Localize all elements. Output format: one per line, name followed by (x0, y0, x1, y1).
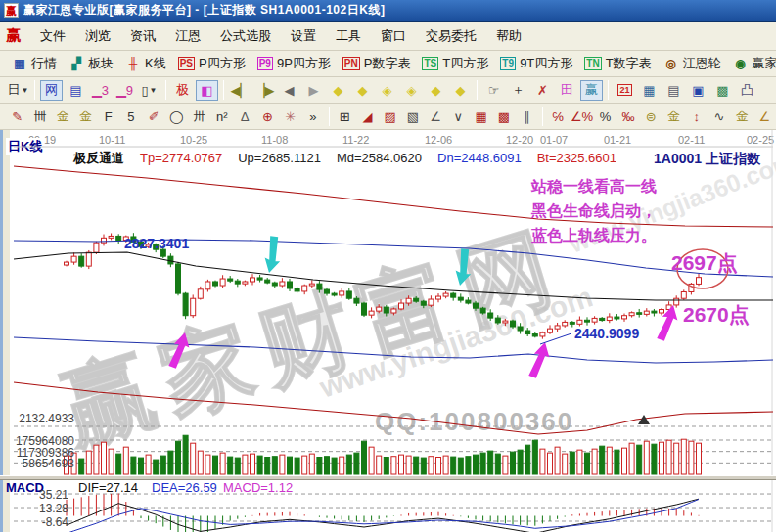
percent-tool-button[interactable]: % (595, 107, 616, 127)
menu-item-9[interactable]: 交易委托 (416, 24, 486, 48)
angle-tool-icon: ∆ (241, 110, 249, 124)
gann-grid-tool-button[interactable]: 卌 (29, 107, 50, 127)
small-chart-3-button[interactable]: ▁3 (89, 80, 112, 101)
pattern-tool-button[interactable]: 赢 (580, 80, 603, 101)
t-number-table-button[interactable]: TNT数字表 (578, 53, 657, 74)
p-number-table-button[interactable]: PNP数字表 (337, 53, 417, 74)
sectors-button[interactable]: ▞板块 (63, 53, 119, 74)
small-chart-9-button[interactable]: ▁9 (114, 80, 136, 101)
p-square-button[interactable]: PSP四方形 (172, 53, 251, 74)
diamond-h-button[interactable]: ◆ (425, 80, 447, 101)
menu-item-7[interactable]: 工具 (326, 24, 371, 48)
n2-tool-button[interactable]: n² (211, 107, 232, 127)
title-bar: 赢 赢家江恩专业版[赢家服务平台] - [上证指数 SH1A0001-102日K… (0, 0, 776, 22)
spiral-tool-button[interactable]: 5 (120, 107, 141, 127)
fan-dark-tool-button[interactable]: ▧ (402, 107, 423, 127)
export-image-button[interactable]: ▩ (711, 80, 734, 101)
print-button[interactable]: 凸 (736, 80, 758, 101)
p9-square-button[interactable]: P99P四方形 (251, 53, 337, 74)
calculator-button[interactable]: ▦ (638, 80, 661, 101)
eraser-tool-button[interactable]: ✗ (531, 80, 554, 101)
menu-item-6[interactable]: 设置 (281, 24, 326, 48)
gann-star-tool-button[interactable]: ✳ (280, 107, 300, 127)
chart-canvas[interactable] (0, 130, 776, 532)
t9-square-button[interactable]: T99T四方形 (494, 53, 578, 74)
angle-tool-button[interactable]: ∆ (235, 107, 255, 127)
gold-band-tool-button[interactable]: 金 (732, 107, 753, 127)
permille-tool-button[interactable]: ‰ (617, 107, 638, 127)
more-tools-button[interactable]: » (302, 107, 323, 127)
menu-items: 文件浏览资讯江恩公式选股设置工具窗口交易委托帮助 (30, 24, 531, 48)
jifan-channel-button[interactable]: 极 (171, 80, 194, 101)
last-bar-button[interactable]: ▕▶ (253, 80, 276, 101)
circle360-tool-icon: ◯ (169, 110, 184, 124)
calendar-button[interactable]: 21 (614, 80, 636, 101)
comb-tool-button[interactable]: 卅 (189, 107, 209, 127)
parallel-tool-button[interactable]: ∥ (517, 107, 537, 127)
sectors-label: 板块 (88, 55, 114, 72)
brush-tool-button[interactable]: ✐ (144, 107, 164, 127)
save-button[interactable]: ▣ (687, 80, 709, 101)
last-bar-icon: ▕▶ (255, 83, 275, 98)
hand-tool-button[interactable]: ☞ (482, 80, 505, 101)
price-mark-tool-button[interactable]: ↕ (686, 107, 707, 127)
diamond-plus-button[interactable]: ◈ (376, 80, 398, 101)
fan-tool-icon: ◢ (362, 110, 372, 124)
menu-item-3[interactable]: 资讯 (120, 24, 165, 48)
wave-tool-button[interactable]: ∿ (708, 107, 729, 127)
app-window: 赢 赢家江恩专业版[赢家服务平台] - [上证指数 SH1A0001-102日K… (0, 0, 776, 532)
fan-tool-button[interactable]: ◢ (357, 107, 378, 127)
menu-item-1[interactable]: 文件 (30, 24, 75, 48)
check-tool-button[interactable]: ∨ (448, 107, 469, 127)
toolbar-separator (165, 80, 166, 100)
red-grid-tool-icon: ▦ (475, 110, 486, 124)
gold-grid2-tool-button[interactable]: 金 (75, 107, 96, 127)
profile-chart-button[interactable]: ◧ (196, 80, 218, 101)
percent-list-tool-button[interactable]: ℅ (548, 107, 569, 127)
crosshair-tool-button[interactable]: ＋ (507, 80, 529, 101)
dropdown-arrow-icon: ▼ (22, 86, 29, 95)
chart-area: 赢家财富网 www.yingjia360.com www.yingjia360.… (0, 130, 776, 532)
prev-bar-button[interactable]: ◀ (278, 80, 300, 101)
diamond-v-button[interactable]: ◆ (449, 80, 472, 101)
menu-item-8[interactable]: 窗口 (371, 24, 416, 48)
note-line-2: 黑色生命线启动， (531, 199, 657, 223)
next-bar-icon: ▶ (309, 83, 319, 98)
diamond-right-button[interactable]: ◆ (351, 80, 374, 101)
kline-button[interactable]: ╫K线 (119, 53, 172, 74)
diamond-left-button[interactable]: ◆ (327, 80, 349, 101)
rays-tool-button[interactable]: ∠ (426, 107, 446, 127)
t-square-button[interactable]: TST四方形 (416, 53, 494, 74)
gold-circle-tool-button[interactable]: ⊜ (641, 107, 662, 127)
winner-wheel-button[interactable]: ◉赢家轮 (727, 53, 776, 74)
red-grid2-tool-button[interactable]: ▩ (493, 107, 514, 127)
percent-angle-tool-button[interactable]: ∠% (571, 107, 593, 127)
diamond-cross-button[interactable]: ◈ (400, 80, 423, 101)
gann-network-button[interactable]: 网 (40, 80, 63, 101)
kline-period-button[interactable]: 日▼ (7, 80, 29, 101)
gann-wheel-button[interactable]: ◎江恩轮 (658, 53, 727, 74)
menu-item-2[interactable]: 浏览 (75, 24, 120, 48)
market-quotes-button[interactable]: ▦行情 (6, 53, 63, 74)
brush-tool-icon: ✐ (149, 110, 160, 124)
dropdown-arrow-icon: ▼ (150, 86, 158, 95)
j-angle-tool-button[interactable]: ∠ (754, 107, 775, 127)
gold-line-tool-button[interactable]: 金 (663, 107, 684, 127)
next-bar-button[interactable]: ▶ (302, 80, 325, 101)
report-button[interactable]: ▤ (65, 80, 87, 101)
red-grid-tool-button[interactable]: ▦ (471, 107, 491, 127)
frame-tool-button[interactable]: ⊞ (335, 107, 355, 127)
menu-item-10[interactable]: 帮助 (486, 24, 531, 48)
fib-grid-tool-button[interactable]: F (98, 107, 118, 127)
candle-style-button[interactable]: ▯▼ (138, 80, 160, 101)
gann-target-tool-button[interactable]: ⊕ (257, 107, 278, 127)
circle360-tool-button[interactable]: ◯ (166, 107, 187, 127)
gold-grid-tool-button[interactable]: 金 (53, 107, 73, 127)
pink-grid-tool-button[interactable]: 田 (556, 80, 578, 101)
notebook-button[interactable]: ▤ (662, 80, 685, 101)
fan-box-tool-button[interactable]: ▨ (380, 107, 400, 127)
pen-tool-button[interactable]: ✎ (7, 107, 27, 127)
first-bar-button[interactable]: ◀▏ (229, 80, 251, 101)
menu-item-4[interactable]: 江恩 (165, 24, 210, 48)
menu-item-5[interactable]: 公式选股 (210, 24, 281, 48)
